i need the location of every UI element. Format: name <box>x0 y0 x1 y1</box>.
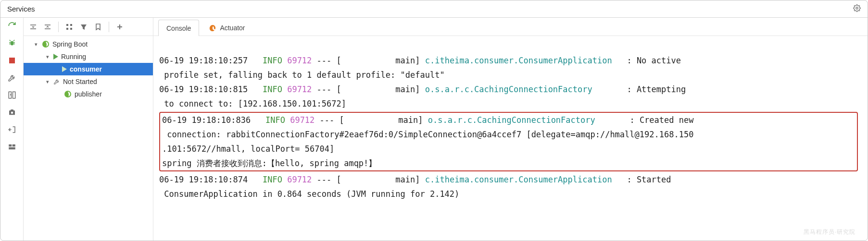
tab-label: Actuator <box>220 24 245 32</box>
actuator-icon <box>209 24 216 31</box>
chevron-down-icon: ▾ <box>33 41 39 48</box>
log-text: connection: rabbitConnectionFactory#2eae… <box>162 130 693 139</box>
log-timestamp: 06-19 19:18:10:815 <box>159 84 248 94</box>
group-icon[interactable] <box>63 21 75 33</box>
svg-rect-15 <box>70 24 72 26</box>
filter-icon[interactable] <box>78 21 89 33</box>
console-output[interactable]: 06-19 19:18:10:257 INFO 69712 --- [ main… <box>153 36 868 241</box>
tree-node-springboot[interactable]: ▾ Spring Boot <box>24 38 153 50</box>
tree-label: Spring Boot <box>52 40 88 48</box>
gear-icon[interactable] <box>853 4 861 13</box>
camera-icon[interactable] <box>7 107 17 118</box>
tree-label: publisher <box>75 90 102 98</box>
log-text: ConsumerApplication in 0.864 seconds (JV… <box>159 189 459 199</box>
exit-icon[interactable] <box>7 124 17 135</box>
svg-rect-8 <box>9 147 15 150</box>
log-message-received: spring 消费者接收到消息:【hello, spring amqp!】 <box>162 158 377 168</box>
play-icon <box>62 66 67 72</box>
log-pid: 69712 <box>287 175 312 184</box>
play-icon <box>53 54 58 60</box>
log-pid: 69712 <box>287 84 312 94</box>
tree-toolbar <box>24 18 153 36</box>
highlighted-log-block: 06-19 19:18:10:836 INFO 69712 --- [ main… <box>159 112 858 171</box>
layout-icon[interactable] <box>7 142 17 152</box>
svg-point-5 <box>11 112 13 114</box>
svg-rect-14 <box>66 28 68 30</box>
log-timestamp: 06-19 19:18:10:257 <box>159 56 248 65</box>
titlebar: Services <box>0 0 868 18</box>
log-pid: 69712 <box>287 56 312 65</box>
log-text: profile set, falling back to 1 default p… <box>159 70 445 80</box>
add-icon[interactable] <box>114 21 126 33</box>
log-timestamp: 06-19 19:18:10:836 <box>162 115 251 125</box>
stop-icon[interactable] <box>7 55 17 66</box>
action-gutter <box>0 18 24 241</box>
wrench-icon[interactable] <box>7 72 17 83</box>
chevron-down-icon: ▾ <box>45 79 50 85</box>
spring-boot-icon <box>64 90 72 98</box>
spring-boot-icon <box>42 40 50 48</box>
collapse-all-icon[interactable] <box>42 21 53 33</box>
svg-rect-6 <box>9 145 12 147</box>
tree-label: Not Started <box>63 78 97 85</box>
run-config-tree: ▾ Spring Boot ▾ Running consumer <box>24 36 153 241</box>
tree-node-publisher[interactable]: publisher <box>24 88 153 100</box>
panel-title: Services <box>7 5 35 13</box>
main-area: Console Actuator 06-19 19:18:10:257 INFO… <box>153 18 868 241</box>
svg-rect-2 <box>9 58 15 63</box>
tab-actuator[interactable]: Actuator <box>201 19 253 36</box>
rerun-icon[interactable] <box>7 21 17 31</box>
svg-rect-7 <box>12 145 15 147</box>
wrench-icon <box>53 78 60 85</box>
log-class: c.itheima.consumer.ConsumerApplication <box>425 175 627 184</box>
log-class: o.s.a.r.c.CachingConnectionFactory <box>425 84 627 94</box>
svg-rect-16 <box>70 28 72 30</box>
svg-marker-17 <box>81 24 87 30</box>
tree-node-consumer[interactable]: consumer <box>24 63 153 75</box>
chevron-down-icon: ▾ <box>45 54 50 60</box>
svg-rect-13 <box>66 24 68 26</box>
tab-console[interactable]: Console <box>158 20 199 36</box>
tree-label: consumer <box>70 65 102 73</box>
log-text: to connect to: [192.168.150.101:5672] <box>159 99 346 108</box>
tree-node-running[interactable]: ▾ Running <box>24 50 153 63</box>
log-pid: 69712 <box>290 115 314 125</box>
bookmark-icon[interactable] <box>92 21 104 33</box>
log-level: INFO <box>258 175 282 184</box>
tab-label: Console <box>166 24 191 32</box>
log-level: INFO <box>261 115 285 125</box>
bug-run-icon[interactable] <box>7 38 17 48</box>
tree-column: ▾ Spring Boot ▾ Running consumer <box>24 18 153 241</box>
tree-label: Running <box>61 53 86 60</box>
services-panel: Services <box>0 0 868 241</box>
log-timestamp: 06-19 19:18:10:874 <box>159 175 248 184</box>
svg-rect-4 <box>13 92 15 98</box>
svg-point-0 <box>856 7 858 9</box>
diff-icon[interactable] <box>7 90 17 100</box>
svg-rect-1 <box>11 41 13 46</box>
log-class: o.s.a.r.c.CachingConnectionFactory <box>428 115 630 125</box>
log-class: c.itheima.consumer.ConsumerApplication <box>425 56 627 65</box>
tabbar: Console Actuator <box>153 18 868 36</box>
log-level: INFO <box>258 84 282 94</box>
expand-all-icon[interactable] <box>27 21 39 33</box>
log-text: .101:5672//hmall, localPort= 56704] <box>162 144 334 154</box>
log-level: INFO <box>258 56 282 65</box>
tree-node-notstarted[interactable]: ▾ Not Started <box>24 75 153 88</box>
